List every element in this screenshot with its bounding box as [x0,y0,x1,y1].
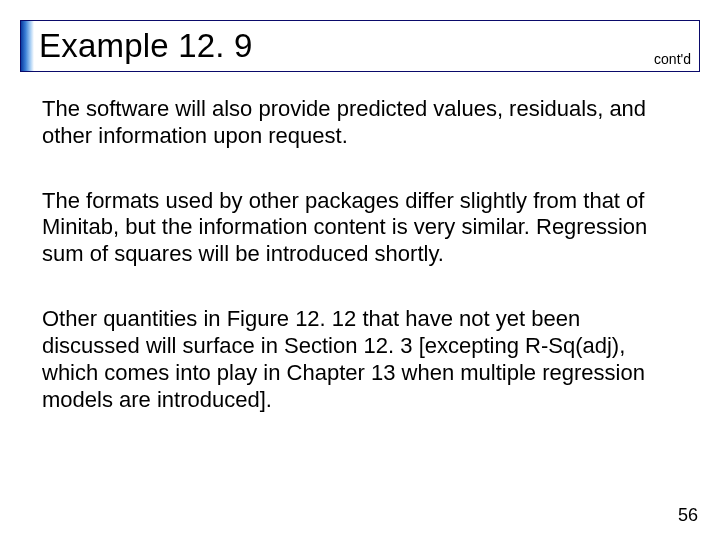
paragraph-3: Other quantities in Figure 12. 12 that h… [42,306,682,413]
title-box: Example 12. 9 cont'd [20,20,700,72]
title-accent-bar [21,21,34,71]
slide: Example 12. 9 cont'd The software will a… [0,0,720,540]
page-number: 56 [678,505,698,526]
body-text: The software will also provide predicted… [42,96,682,451]
paragraph-2: The formats used by other packages diffe… [42,188,682,268]
continued-label: cont'd [654,51,691,67]
slide-title: Example 12. 9 [39,27,253,65]
paragraph-1: The software will also provide predicted… [42,96,682,150]
